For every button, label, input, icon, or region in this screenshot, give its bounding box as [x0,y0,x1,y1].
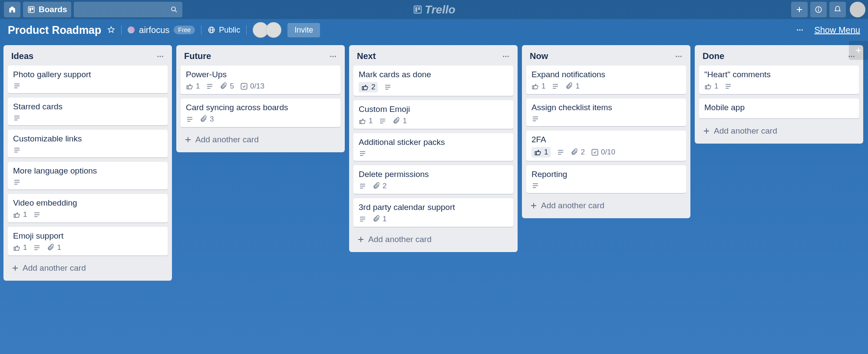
badge-attach: 2 [373,182,386,190]
list-menu-button[interactable] [329,52,337,60]
badge-desc [379,117,386,125]
dots-icon [675,52,683,60]
invite-button[interactable]: Invite [287,23,320,37]
card[interactable]: More language options [8,162,168,190]
card-title: Reporting [531,170,681,179]
description-icon [384,83,392,91]
card[interactable]: Additional sticker packs [353,133,513,161]
star-button[interactable] [107,26,115,34]
badge-desc [531,115,539,123]
search-wrap[interactable] [74,2,182,17]
info-button[interactable] [810,2,827,17]
card[interactable]: Reporting [526,165,686,193]
add-card-button[interactable]: Add another card [699,123,859,139]
card[interactable]: Video embedding1 [8,194,168,223]
search-input[interactable] [78,7,170,13]
add-card-button[interactable]: Add another card [353,231,513,248]
description-icon [359,150,366,157]
notifications-button[interactable] [829,2,846,17]
attachment-icon [393,117,400,125]
add-card-button[interactable]: Add another card [8,260,168,276]
card[interactable]: Custom Emoji11 [353,100,513,129]
card[interactable]: Mark cards as done2 [353,66,513,96]
board-members[interactable] [253,22,281,38]
badge-attach: 1 [565,82,579,91]
card-title: Custom Emoji [359,105,508,114]
card-title: Power-Ups [186,70,335,79]
attachment-icon [373,215,380,223]
card[interactable]: Mobile app [699,98,859,118]
list: Done"Heart" comments1Mobile appAdd anoth… [695,45,863,144]
attachment-icon [200,115,208,123]
badge-attach: 1 [393,117,406,125]
card[interactable]: Starred cards [8,98,168,125]
badge-desc [33,244,41,252]
team-name: airfocus [139,25,169,35]
add-card-button[interactable]: Add another card [181,131,340,148]
home-button[interactable] [4,2,20,17]
thumb-icon [13,244,21,252]
team-badge[interactable]: airfocus Free [128,25,195,35]
card-title: Additional sticker packs [359,138,508,147]
list-title[interactable]: Now [530,51,548,61]
card[interactable]: Assign checklist items [526,98,686,126]
badge-vote: 1 [531,147,551,157]
card[interactable]: Card syncing across boards3 [181,98,340,127]
plus-icon [703,127,710,135]
checklist-icon [240,82,248,90]
trello-logo[interactable]: Trello [413,3,455,16]
card-title: Delete permissions [359,170,508,179]
board-title[interactable]: Product Roadmap [8,24,101,36]
card-title: "Heart" comments [704,70,854,79]
card[interactable]: Power-Ups150/13 [181,66,340,94]
card[interactable]: "Heart" comments1 [699,66,859,94]
card[interactable]: Delete permissions2 [353,165,513,194]
info-icon [815,6,822,13]
add-list-button[interactable] [849,41,868,60]
badge-check: 0/10 [591,148,615,157]
plus-icon [184,136,192,144]
card-badges [359,150,508,157]
add-card-button[interactable]: Add another card [526,197,686,214]
list: IdeasPhoto gallery supportStarred cardsC… [3,45,172,281]
list-title[interactable]: Ideas [11,51,33,61]
list-menu-button[interactable] [675,52,683,60]
badge-desc [13,146,21,154]
card[interactable]: Emoji support11 [8,227,168,256]
list-title[interactable]: Next [357,51,376,61]
list-menu-button[interactable] [502,52,510,60]
list-menu-button[interactable] [156,52,164,60]
description-icon [13,146,21,154]
card-badges: 1 [704,82,854,91]
badge-vote: 1 [13,243,27,252]
list-title[interactable]: Done [703,51,724,61]
plus-icon [357,236,365,243]
card-title: Expand notifications [531,70,681,79]
visibility-label: Public [219,26,240,35]
card-badges: 2 [359,182,508,190]
member-avatar[interactable] [266,22,281,38]
user-avatar[interactable] [850,2,865,17]
description-icon [33,244,41,252]
card[interactable]: Expand notifications11 [526,66,686,94]
visibility-button[interactable]: Public [208,26,240,35]
card[interactable]: 3rd party calendar support1 [353,198,513,227]
badge-vote: 2 [359,82,378,92]
plus-icon [11,264,19,272]
boards-button[interactable]: Boards [23,2,71,17]
list-title[interactable]: Future [184,51,211,61]
card[interactable]: Photo gallery support [8,66,168,93]
bell-icon [834,6,842,13]
description-icon [531,115,539,123]
menu-dots-icon [796,26,804,34]
boards-label: Boards [39,5,67,14]
badge-desc [359,215,366,223]
create-button[interactable] [791,2,808,17]
attachment-icon [220,82,228,90]
badge-desc [551,82,559,90]
card[interactable]: 2FA120/10 [526,131,686,161]
show-menu-link[interactable]: Show Menu [814,25,860,35]
badge-attach: 1 [47,243,61,252]
thumb-icon [359,117,366,125]
card[interactable]: Customizable links [8,130,168,157]
